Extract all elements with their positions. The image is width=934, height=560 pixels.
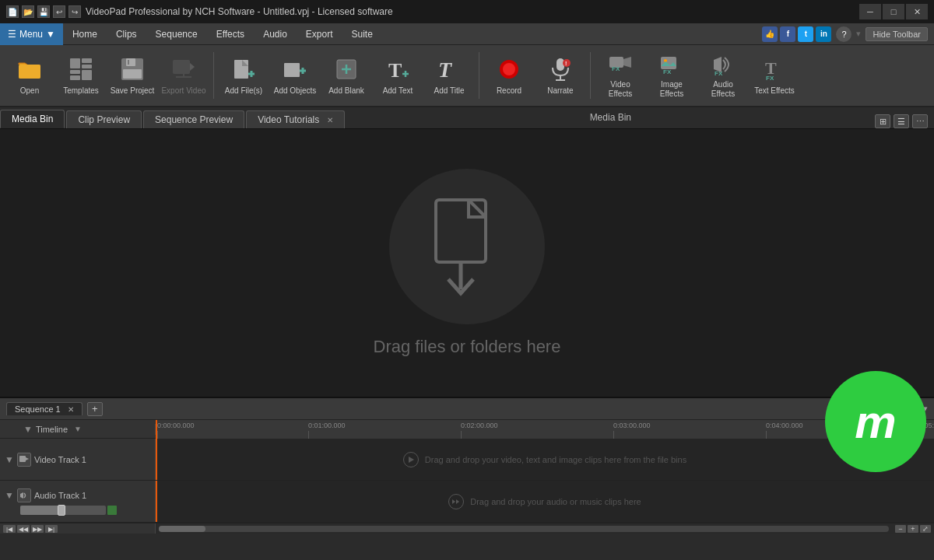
menu-audio[interactable]: Audio (254, 23, 297, 45)
svg-rect-9 (126, 58, 135, 66)
audio-effects-button[interactable]: FX Audio Effects (698, 48, 748, 103)
add-title-icon: T (435, 55, 463, 83)
nch-m-letter: m (855, 395, 896, 449)
tl-nav-buttons: |◀ ◀◀ ▶▶ ▶| (0, 523, 155, 534)
video-effects-icon: FX (606, 52, 634, 77)
video-effects-button[interactable]: FX Video Effects (595, 48, 645, 103)
text-effects-label: Text Effects (754, 86, 795, 96)
facebook-icon[interactable]: f (780, 26, 795, 42)
tab-video-tutorials[interactable]: Video Tutorials ✕ (246, 110, 345, 128)
tab-action-bin[interactable]: ⊞ (875, 114, 890, 128)
add-files-button[interactable]: Add File(s) (219, 48, 269, 103)
timeline-dropdown-icon[interactable]: ▼ (74, 425, 82, 433)
tl-zoom-out[interactable]: − (895, 525, 906, 533)
audio-track-expand-icon[interactable]: ▼ (5, 490, 14, 501)
add-blank-button[interactable]: Add Blank (321, 48, 371, 103)
tab-video-tutorials-close[interactable]: ✕ (327, 116, 333, 124)
menu-export[interactable]: Export (297, 23, 342, 45)
templates-label: Templates (63, 86, 99, 96)
tab-center-title: Media Bin (346, 107, 875, 128)
save-project-button[interactable]: Save Project (107, 48, 157, 103)
video-track-expand-icon[interactable]: ▼ (5, 454, 14, 465)
record-icon (495, 55, 523, 83)
sequence-add-button[interactable]: + (87, 402, 103, 416)
image-effects-label: Image Effects (649, 80, 694, 99)
text-effects-button[interactable]: T FX Text Effects (750, 48, 799, 103)
add-title-button[interactable]: T Add Title (424, 48, 474, 103)
svg-rect-10 (123, 69, 142, 79)
audio-track-drop-text: Drag and drop your audio or music clips … (470, 497, 641, 506)
title-bar: 📄 📂 💾 ↩ ↪ VideoPad Professional by NCH S… (0, 0, 934, 23)
twitter-icon[interactable]: t (798, 26, 813, 42)
export-video-button[interactable]: Export Video (159, 48, 209, 103)
tl-zoom-fit[interactable]: ⤢ (920, 525, 931, 533)
audio-green-indicator (107, 506, 117, 515)
timeline-label: ▼ Timeline ▼ (0, 424, 156, 435)
tl-nav-end[interactable]: ▶| (45, 525, 58, 533)
tl-nav-next[interactable]: ▶▶ (31, 525, 44, 533)
tl-nav-prev[interactable]: ◀◀ (17, 525, 30, 533)
add-files-icon (230, 55, 258, 83)
menu-effects[interactable]: Effects (207, 23, 254, 45)
narrate-button[interactable]: ! Narrate (535, 48, 585, 103)
audio-volume-bar[interactable] (20, 506, 106, 515)
svg-text:FX: FX (715, 70, 723, 77)
undo-icon[interactable]: ↩ (53, 5, 65, 18)
redo-icon[interactable]: ↪ (68, 5, 81, 18)
sequence-tab[interactable]: Sequence 1 ✕ (6, 402, 83, 415)
maximize-button[interactable]: □ (883, 4, 904, 19)
image-effects-button[interactable]: FX Image Effects (647, 48, 697, 103)
image-effects-icon: FX (658, 52, 686, 77)
ruler-mark-0: 0:00:00.000 (157, 422, 195, 429)
open-label: Open (20, 86, 39, 96)
svg-rect-11 (128, 60, 129, 65)
tl-nav-start[interactable]: |◀ (3, 525, 16, 533)
audio-track-controls (20, 506, 117, 515)
toolbar-sep-2 (479, 52, 479, 99)
templates-button[interactable]: Templates (56, 48, 106, 103)
video-track-icon (17, 453, 31, 467)
add-objects-button[interactable]: Add Objects (270, 48, 320, 103)
tl-scroll-thumb[interactable] (159, 526, 205, 532)
tab-sequence-preview[interactable]: Sequence Preview (143, 110, 244, 128)
menu-clips[interactable]: Clips (107, 23, 146, 45)
timeline-label-text: Timeline (36, 425, 68, 434)
audio-track-play-icon (448, 494, 464, 509)
help-button[interactable]: ? (836, 26, 851, 42)
open-file-icon[interactable]: 📂 (22, 5, 34, 18)
ruler-line-0 (157, 431, 158, 439)
minimize-button[interactable]: ─ (859, 4, 881, 19)
hide-toolbar-button[interactable]: Hide Toolbar (866, 27, 928, 41)
tab-clip-preview[interactable]: Clip Preview (66, 110, 142, 128)
audio-track-content: Drag and drop your audio or music clips … (156, 481, 934, 522)
track-controls-video (17, 453, 31, 467)
tab-media-bin[interactable]: Media Bin (0, 110, 65, 128)
help-dropdown-arrow[interactable]: ▾ (856, 29, 861, 39)
record-button[interactable]: Record (484, 48, 534, 103)
menu-home[interactable]: Home (63, 23, 107, 45)
audio-effects-label: Audio Effects (700, 80, 746, 99)
thumbs-up-icon[interactable]: 👍 (762, 26, 778, 42)
tl-zoom-in[interactable]: + (908, 525, 918, 533)
tl-scroll-bar[interactable] (156, 523, 892, 534)
ruler-line-4 (766, 431, 767, 439)
seq-header: Sequence 1 ✕ + ▾ Hide Sequence ▾ (0, 398, 934, 420)
ruler-line-1 (308, 431, 309, 439)
narrate-label: Narrate (547, 86, 573, 96)
menu-dropdown-button[interactable]: ☰ Menu ▼ (0, 23, 63, 45)
add-text-button[interactable]: T Add Text (373, 48, 423, 103)
open-button[interactable]: Open (5, 48, 54, 103)
menu-sequence[interactable]: Sequence (146, 23, 207, 45)
export-video-icon (170, 55, 198, 83)
linkedin-icon[interactable]: in (816, 26, 831, 42)
audio-volume-thumb[interactable] (58, 505, 65, 516)
track-row-video: ▼ Video Track 1 Drag and drop your video… (0, 439, 934, 481)
tab-action-list[interactable]: ☰ (894, 114, 909, 128)
close-button[interactable]: ✕ (906, 4, 928, 19)
tab-action-more[interactable]: ⋯ (912, 114, 928, 128)
new-icon[interactable]: 📄 (6, 5, 19, 18)
save-icon[interactable]: 💾 (37, 5, 50, 18)
timeline-expand-icon[interactable]: ▼ (23, 424, 33, 435)
menu-suite[interactable]: Suite (342, 23, 382, 45)
sequence-tab-close[interactable]: ✕ (68, 405, 74, 414)
